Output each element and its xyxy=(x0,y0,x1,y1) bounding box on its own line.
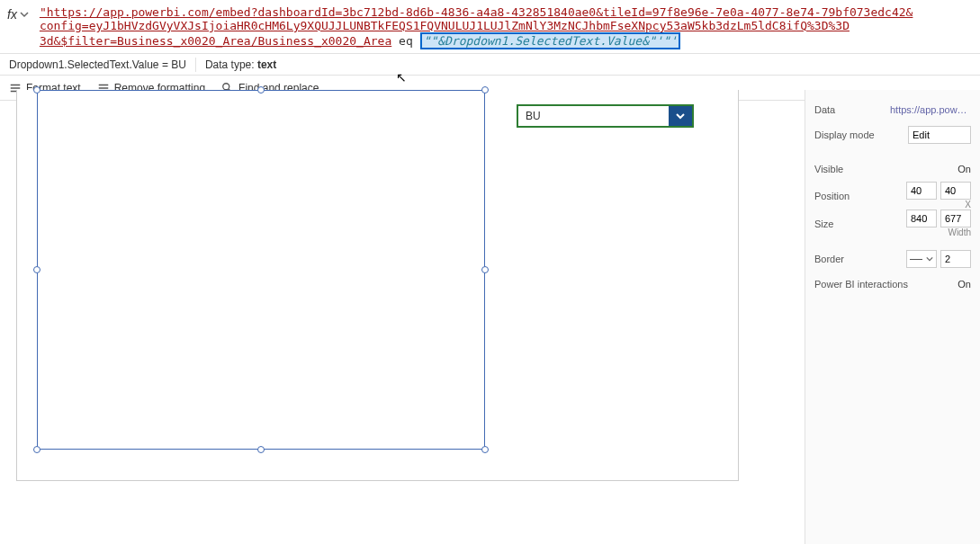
resize-handle-l[interactable] xyxy=(33,266,40,273)
prop-visible-value[interactable]: On xyxy=(958,164,971,174)
status-bar: Dropdown1.SelectedText.Value = BU Data t… xyxy=(0,54,980,76)
resize-handle-bl[interactable] xyxy=(33,446,40,453)
prop-position-row: Position X xyxy=(814,182,971,210)
fx-button[interactable]: fx xyxy=(0,2,34,22)
dropdown-selected-value: BU xyxy=(518,110,669,122)
prop-data-value[interactable]: https://app.powerbi. xyxy=(890,104,971,115)
chevron-down-icon xyxy=(674,110,687,122)
prop-position-x[interactable] xyxy=(906,182,937,200)
prop-size-wlabel: Width xyxy=(948,227,971,237)
status-datatype: Data type: text xyxy=(205,58,276,71)
svg-point-0 xyxy=(223,83,229,89)
resize-handle-r[interactable] xyxy=(481,266,489,273)
separator xyxy=(195,58,196,72)
prop-pbi-label: Power BI interactions xyxy=(814,279,958,290)
prop-displaymode-value[interactable] xyxy=(908,126,971,144)
prop-size-width[interactable] xyxy=(906,210,937,227)
prop-pbi-value[interactable]: On xyxy=(958,279,971,290)
formula-line3-pre: 3d&$filter=Business_x0020_Area/Business_… xyxy=(40,34,391,48)
prop-pbi-row: Power BI interactions On xyxy=(814,272,971,297)
prop-displaymode-label: Display mode xyxy=(814,129,908,140)
resize-handle-b[interactable] xyxy=(257,446,265,453)
prop-position-label: Position xyxy=(814,191,903,201)
prop-size-label: Size xyxy=(814,218,903,229)
canvas[interactable]: BU xyxy=(16,90,739,481)
prop-visible-row: Visible On xyxy=(814,156,971,182)
prop-visible-label: Visible xyxy=(814,164,958,174)
formula-text[interactable]: "https://app.powerbi.com/embed?dashboard… xyxy=(34,2,980,51)
powerbi-tile[interactable] xyxy=(37,90,485,450)
formula-line2: config=eyJ1bHVzdGVyVXJsIjoiaHR0cHM6Ly9XQ… xyxy=(40,19,850,32)
resize-handle-br[interactable] xyxy=(481,446,489,453)
resize-handle-t[interactable] xyxy=(257,86,265,94)
resize-handle-tl[interactable] xyxy=(33,86,40,94)
prop-border-row: Border xyxy=(814,246,971,272)
prop-border-width[interactable] xyxy=(940,250,971,268)
border-dash-icon xyxy=(910,259,922,260)
formula-eq: eq xyxy=(391,34,419,48)
prop-displaymode-row: Display mode xyxy=(814,122,971,147)
prop-size-height[interactable] xyxy=(940,210,971,227)
dropdown-chevron-button[interactable] xyxy=(669,106,692,126)
prop-position-xlabel: X xyxy=(965,200,971,210)
formula-bar: fx "https://app.powerbi.com/embed?dashbo… xyxy=(0,0,980,54)
chevron-down-icon xyxy=(20,10,29,19)
prop-data-label: Data xyxy=(814,104,890,115)
prop-border-label: Border xyxy=(814,254,903,264)
formula-highlighted: ""&Dropdown1.SelectedText.Value&"'"' xyxy=(420,32,681,49)
prop-size-row: Size Width xyxy=(814,210,971,237)
dropdown-control[interactable]: BU xyxy=(517,104,694,128)
fx-label-text: fx xyxy=(7,7,17,22)
chevron-down-icon xyxy=(926,255,933,263)
prop-position-y[interactable] xyxy=(940,182,971,200)
properties-panel: Data https://app.powerbi. Display mode V… xyxy=(805,90,980,544)
status-expression: Dropdown1.SelectedText.Value = BU xyxy=(9,58,186,71)
prop-data-row: Data https://app.powerbi. xyxy=(814,97,971,122)
formula-line1: "https://app.powerbi.com/embed?dashboard… xyxy=(40,5,913,19)
prop-border-style[interactable] xyxy=(906,250,937,268)
resize-handle-tr[interactable] xyxy=(481,86,489,94)
